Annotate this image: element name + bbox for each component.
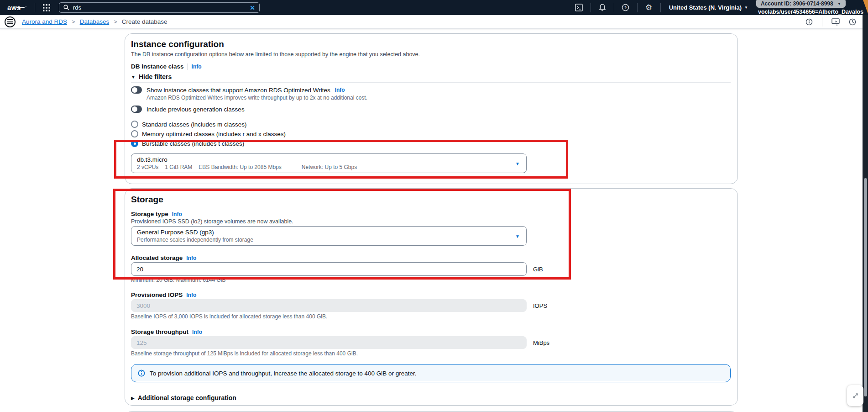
label-separator: [188, 63, 188, 70]
instance-class-select[interactable]: db.t3.micro 2 vCPUs 1 GiB RAM EBS Bandwi…: [131, 153, 527, 173]
db-instance-class-label: DB instance class: [131, 63, 184, 70]
breadcrumb-current-page: Create database: [122, 18, 167, 25]
provisioned-iops-input: [131, 299, 527, 312]
settings-gear-icon[interactable]: ⚙: [644, 3, 654, 13]
info-panel-icon[interactable]: [805, 18, 813, 26]
tools-separator: [822, 17, 822, 26]
search-input[interactable]: [73, 4, 246, 11]
optimized-writes-toggle-row: Show instance classes that support Amazo…: [131, 86, 730, 94]
breadcrumb-bar: Aurora and RDS > Databases > Create data…: [0, 15, 868, 29]
hide-filters-expander[interactable]: ▼ Hide filters: [131, 73, 730, 80]
optimized-writes-label: Show instance classes that support Amazo…: [146, 87, 330, 94]
storage-type-select[interactable]: General Purpose SSD (gp3) Performance sc…: [131, 226, 527, 246]
storage-throughput-hint: Baseline storage throughput of 125 MiBps…: [131, 351, 730, 357]
account-menu[interactable]: Account ID: 3906-0714-8998 ▼ voclabs/use…: [756, 0, 863, 15]
previous-generation-toggle-row: Include previous generation classes: [131, 106, 730, 113]
chevron-down-icon: ▼: [515, 161, 520, 166]
account-id-label: Account ID: 3906-0714-8998: [761, 0, 833, 7]
aws-logo-smile: [15, 5, 26, 8]
account-id-chip[interactable]: Account ID: 3906-0714-8998 ▼: [756, 0, 846, 8]
ram-detail: 1 GiB RAM: [165, 164, 192, 170]
search-icon: [63, 5, 69, 11]
provisioned-iops-info-link[interactable]: Info: [186, 292, 196, 298]
radio-dot: [134, 143, 136, 145]
breadcrumb-link-aurora-rds[interactable]: Aurora and RDS: [22, 18, 67, 25]
storage-type-sub: Performance scales independently from st…: [137, 237, 253, 243]
instance-class-details: 2 vCPUs 1 GiB RAM EBS Bandwidth: Up to 2…: [137, 164, 511, 170]
optimized-writes-toggle[interactable]: [131, 86, 142, 94]
allocated-storage-info-link[interactable]: Info: [186, 255, 196, 261]
db-instance-class-info-link[interactable]: Info: [192, 63, 202, 70]
standard-classes-radio-row: Standard classes (includes m classes): [131, 121, 730, 128]
provisioned-iops-input-row: IOPS: [131, 299, 730, 312]
services-grid-icon[interactable]: [42, 3, 52, 13]
memory-optimized-radio-row: Memory optimized classes (includes r and…: [131, 130, 730, 137]
region-caret-icon: ▼: [744, 5, 748, 10]
storage-type-info-link[interactable]: Info: [172, 211, 182, 217]
account-user-label: voclabs/user4534656=Alberto_Davalos: [756, 9, 863, 15]
info-alert-text: To provision additional IOPS and through…: [150, 370, 417, 377]
storage-throughput-info-link[interactable]: Info: [192, 329, 202, 335]
section-description: The DB instance configuration options be…: [131, 51, 730, 58]
storage-type-description: Provisioned IOPS SSD (io2) storage volum…: [131, 218, 730, 225]
db-instance-class-label-row: DB instance class Info: [131, 63, 730, 70]
instance-class-value: db.t3.micro: [137, 156, 511, 163]
additional-storage-expander[interactable]: ▶ Additional storage configuration: [131, 394, 730, 401]
search-clear-icon[interactable]: ✕: [250, 5, 255, 11]
breadcrumb: Aurora and RDS > Databases > Create data…: [22, 18, 167, 25]
storage-throughput-input: [131, 336, 527, 349]
hamburger-menu-icon[interactable]: [5, 16, 16, 27]
storage-type-label: Storage type: [131, 210, 168, 218]
topbar-separator: [637, 3, 638, 12]
memory-optimized-radio[interactable]: [131, 130, 138, 137]
breadcrumb-link-databases[interactable]: Databases: [80, 18, 110, 25]
topbar-separator: [614, 3, 614, 12]
optimized-writes-info-link[interactable]: Info: [335, 87, 345, 93]
cloudshell-icon[interactable]: [574, 3, 584, 13]
storage-throughput-label-row: Storage throughput Info: [131, 328, 730, 336]
storage-throughput-unit: MiBps: [533, 339, 549, 346]
previous-generation-label: Include previous generation classes: [146, 106, 245, 113]
standard-classes-radio[interactable]: [131, 121, 138, 128]
tutorial-screen-icon[interactable]: [831, 18, 840, 26]
toggle-knob: [132, 106, 137, 112]
notifications-bell-icon[interactable]: [597, 3, 607, 13]
hide-filters-label: Hide filters: [139, 73, 172, 80]
region-selector[interactable]: United States (N. Virginia): [669, 4, 742, 11]
svg-text:?: ?: [624, 5, 627, 10]
section-title: Instance configuration: [131, 39, 730, 49]
top-navigation-bar: aws ✕ ? ⚙ United States: [0, 0, 868, 15]
right-side-panel-strip: [863, 15, 868, 412]
help-icon[interactable]: ?: [621, 3, 631, 13]
storage-type-label-row: Storage type Info: [131, 210, 730, 218]
additional-storage-label: Additional storage configuration: [138, 394, 236, 401]
storage-type-value: General Purpose SSD (gp3): [137, 229, 511, 236]
storage-type-value-description: Performance scales independently from st…: [137, 237, 511, 243]
memory-optimized-label: Memory optimized classes (includes r and…: [142, 131, 286, 137]
allocated-storage-unit: GiB: [533, 266, 543, 273]
section-title: Storage: [131, 195, 730, 205]
instance-configuration-section: Instance configuration The DB instance c…: [125, 33, 738, 184]
storage-throughput-label: Storage throughput: [131, 328, 188, 336]
burstable-classes-radio[interactable]: [131, 140, 138, 147]
topbar-separator: [591, 3, 591, 12]
burstable-classes-radio-row: Burstable classes (includes t classes): [131, 140, 730, 147]
ebs-bandwidth-detail: EBS Bandwidth: Up to 2085 Mbps: [199, 164, 281, 170]
history-clock-icon[interactable]: [849, 18, 856, 26]
toggle-knob: [132, 87, 137, 93]
standard-classes-label: Standard classes (includes m classes): [142, 121, 247, 128]
topbar-separator: [35, 3, 35, 12]
allocated-storage-input[interactable]: [131, 262, 527, 276]
storage-section: Storage Storage type Info Provisioned IO…: [125, 188, 738, 406]
info-alert: To provision additional IOPS and through…: [131, 364, 731, 382]
global-search-box[interactable]: ✕: [59, 2, 260, 13]
breadcrumb-separator-icon: >: [72, 18, 75, 25]
vertical-scrollbar[interactable]: [864, 178, 867, 396]
info-circle-icon: [138, 370, 145, 377]
chevron-down-icon: ▼: [515, 233, 520, 238]
caret-down-icon: ▼: [131, 74, 136, 79]
panel-resize-handle[interactable]: [847, 385, 863, 406]
vcpu-detail: 2 vCPUs: [137, 164, 158, 170]
filters-divider: [131, 82, 731, 83]
previous-generation-toggle[interactable]: [131, 106, 142, 113]
